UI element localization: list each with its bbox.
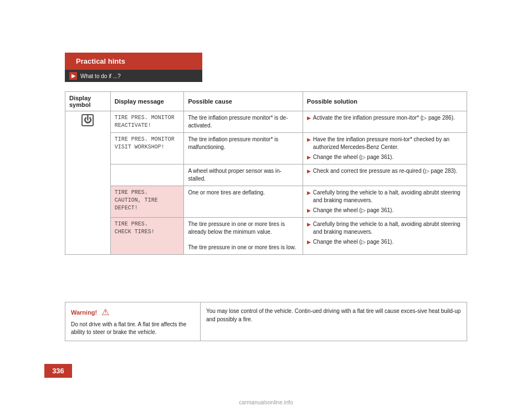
power-icon: ⏻ xyxy=(81,114,94,126)
arrow-icon: ▶ xyxy=(307,207,311,214)
col-header-possible-solution: Possible solution xyxy=(303,92,467,111)
solution-item: ▶ Check and correct tire pressure as re-… xyxy=(307,167,463,175)
warning-box: Warning! ⚠ Do not drive with a flat tire… xyxy=(65,302,201,341)
subsection-icon: ▶ xyxy=(69,72,77,80)
solution-text: Carefully bring the vehicle to a halt, a… xyxy=(313,189,463,204)
solution-reactivate: ▶ Activate the tire inflation pressure m… xyxy=(303,111,467,133)
warning-header: Warning! ⚠ xyxy=(71,307,195,317)
solution-text: Change the wheel (▷ page 361). xyxy=(313,238,393,246)
cause-reactivate: The tire inflation pressure monitor* is … xyxy=(184,111,303,133)
page-number: 336 xyxy=(52,367,64,375)
warning-title: Warning! xyxy=(71,309,97,316)
section-title-bar: Practical hints xyxy=(65,53,202,70)
practical-hints-label: Practical hints xyxy=(76,57,125,65)
solution-text: Change the wheel (▷ page 361). xyxy=(313,207,393,214)
solution-item: ▶ Carefully bring the vehicle to a halt,… xyxy=(307,189,463,204)
warning-left-text: Do not drive with a flat tire. A flat ti… xyxy=(71,321,195,336)
display-msg-workshop: TIRE PRES. MONITORVISIT WORKSHOP! xyxy=(110,133,184,165)
arrow-icon: ▶ xyxy=(307,221,311,228)
warning-triangle-icon: ⚠ xyxy=(101,307,109,317)
page-container: Practical hints ▶ What to do if ...? Dis… xyxy=(0,0,532,411)
header-section: Practical hints ▶ What to do if ...? xyxy=(65,53,202,82)
solution-text: Activate the tire inflation pressure mon… xyxy=(313,114,455,122)
solution-item: ▶ Change the wheel (▷ page 361). xyxy=(307,207,463,214)
col-header-possible-cause: Possible cause xyxy=(184,92,303,111)
display-msg-reactivate: TIRE PRES. MONITORREACTIVATE! xyxy=(110,111,184,133)
arrow-icon: ▶ xyxy=(307,136,311,143)
table-row: ⏻ TIRE PRES. MONITORREACTIVATE! The tire… xyxy=(65,111,467,133)
solution-item: ▶ Change the wheel (▷ page 361). xyxy=(307,153,463,161)
cause-workshop: The tire inflation pressure monitor* is … xyxy=(184,133,303,165)
arrow-icon: ▶ xyxy=(307,239,311,246)
data-table: Display symbol Display message Possible … xyxy=(65,91,467,255)
solution-item: ▶ Change the wheel (▷ page 361). xyxy=(307,238,463,246)
table-row: A wheel without proper sensor was in-sta… xyxy=(65,165,467,186)
main-table-wrapper: Display symbol Display message Possible … xyxy=(65,91,467,255)
solution-text: Check and correct tire pressure as re-qu… xyxy=(313,167,457,175)
cause-text-1: The tire pressure in one or more tires i… xyxy=(188,220,298,236)
solution-text: Change the wheel (▷ page 361). xyxy=(313,153,393,161)
cause-sensor: A wheel without proper sensor was in-sta… xyxy=(184,165,303,186)
page-number-box: 336 xyxy=(44,364,72,378)
warning-section: Warning! ⚠ Do not drive with a flat tire… xyxy=(65,302,467,341)
table-row: TIRE PRES.CAUTION, TIRE DEFECT! One or m… xyxy=(65,186,467,218)
arrow-icon: ▶ xyxy=(307,154,311,161)
solution-check: ▶ Carefully bring the vehicle to a halt,… xyxy=(303,218,467,255)
table-row: TIRE PRES. MONITORVISIT WORKSHOP! The ti… xyxy=(65,133,467,165)
solution-defect: ▶ Carefully bring the vehicle to a halt,… xyxy=(303,186,467,218)
solution-item: ▶ Activate the tire inflation pressure m… xyxy=(307,114,463,122)
watermark-text: carmanualsonline.info xyxy=(239,399,293,405)
display-symbol-cell: ⏻ xyxy=(65,111,111,255)
solution-text: Have the tire inflation pressure moni-to… xyxy=(313,136,463,151)
what-to-do-label: What to do if ...? xyxy=(80,73,121,79)
solution-workshop: ▶ Have the tire inflation pressure moni-… xyxy=(303,133,467,165)
col-header-display-message: Display message xyxy=(110,92,184,111)
display-msg-defect: TIRE PRES.CAUTION, TIRE DEFECT! xyxy=(110,186,184,218)
cause-defect: One or more tires are deflating. xyxy=(184,186,303,218)
solution-item: ▶ Carefully bring the vehicle to a halt,… xyxy=(307,220,463,236)
arrow-icon: ▶ xyxy=(307,189,311,197)
cause-text-2: The tire pressure in one or more tires i… xyxy=(188,244,298,251)
subsection-bar: ▶ What to do if ...? xyxy=(65,70,202,82)
warning-desc-box: You may lose control of the vehicle. Con… xyxy=(201,302,467,341)
arrow-icon: ▶ xyxy=(307,115,311,122)
table-header-row: Display symbol Display message Possible … xyxy=(65,92,467,111)
arrow-icon: ▶ xyxy=(307,168,311,175)
cause-check: The tire pressure in one or more tires i… xyxy=(184,218,303,255)
warning-right-text: You may lose control of the vehicle. Con… xyxy=(206,308,461,322)
solution-text: Carefully bring the vehicle to a halt, a… xyxy=(313,220,463,236)
display-msg-check: TIRE PRES.CHECK TIRES! xyxy=(110,218,184,255)
solution-item: ▶ Have the tire inflation pressure moni-… xyxy=(307,136,463,151)
watermark: carmanualsonline.info xyxy=(0,399,532,405)
display-msg-empty xyxy=(110,165,184,186)
col-header-display-symbol: Display symbol xyxy=(65,92,111,111)
table-row: TIRE PRES.CHECK TIRES! The tire pressure… xyxy=(65,218,467,255)
solution-sensor: ▶ Check and correct tire pressure as re-… xyxy=(303,165,467,186)
